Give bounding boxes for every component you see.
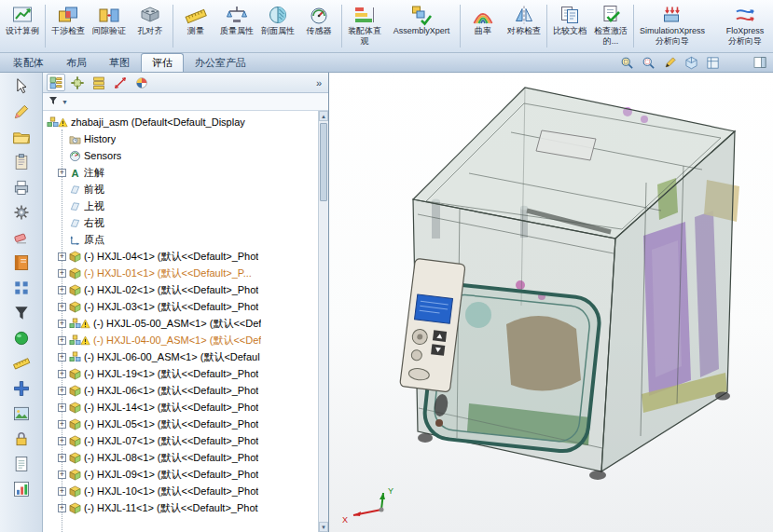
tree-root-item[interactable]: zhabaji_asm (Default<Default_Display: [43, 114, 328, 130]
zoom-to-fit-icon[interactable]: [619, 55, 634, 70]
display-manager-tab[interactable]: [132, 74, 151, 91]
tree-item[interactable]: History: [43, 130, 328, 147]
ribbon-button-section-properties[interactable]: 剖面属性: [257, 1, 298, 51]
expand-toggle[interactable]: +: [58, 437, 66, 445]
tree-scrollbar[interactable]: ▲ ▼: [318, 111, 328, 532]
open-folder-icon[interactable]: [9, 127, 34, 147]
tree-item[interactable]: +(-) HXJL-03<1> (默认<<Default>_Phot: [43, 298, 328, 315]
sketch-pencil-icon[interactable]: [9, 102, 34, 122]
tree-item[interactable]: +(-) HXJL-08<1> (默认<<Default>_Phot: [43, 449, 328, 466]
expand-toggle[interactable]: +: [58, 504, 66, 512]
tree-item[interactable]: +(-) HXJL-19<1> (默认<<Default>_Phot: [43, 365, 328, 382]
tab-评估[interactable]: 评估: [141, 53, 184, 72]
view-settings-icon[interactable]: [662, 55, 677, 70]
expand-toggle[interactable]: +: [58, 487, 66, 496]
ribbon-button-check-active-document[interactable]: 检查激活的...: [590, 1, 631, 51]
expand-toggle[interactable]: +: [58, 336, 66, 345]
ribbon-button-mass-properties[interactable]: 质量属性: [216, 1, 257, 51]
ruler-icon[interactable]: [9, 353, 34, 374]
image-mountain-icon[interactable]: [9, 403, 34, 424]
ribbon-button-assembly-xpert[interactable]: AssemblyXpert: [385, 1, 458, 51]
expand-toggle[interactable]: +: [58, 454, 66, 462]
printer-icon[interactable]: [9, 177, 34, 198]
tree-item[interactable]: 原点: [43, 231, 328, 248]
property-manager-tab[interactable]: [68, 74, 87, 91]
ribbon-button-label: 干涉检查: [51, 26, 85, 36]
ribbon-button-design-study[interactable]: 设计算例: [2, 1, 43, 51]
tree-item[interactable]: +(-) HXJL-02<1> (默认<<Default>_Phot: [43, 281, 328, 298]
tree-item[interactable]: +(-) HXJL-14<1> (默认<<Default>_Phot: [43, 399, 328, 416]
dimxpert-tab[interactable]: [111, 74, 130, 91]
tree-item[interactable]: +(-) HXJL-04-00_ASM<1> (默认<<Def: [43, 332, 328, 348]
task-pane-icon[interactable]: [752, 55, 767, 70]
ribbon-button-symmetry-check[interactable]: 对称检查: [504, 1, 545, 51]
scroll-thumb[interactable]: [320, 123, 327, 201]
tree-item[interactable]: +(-) HXJL-01<1> (默认<<Default>_P...: [43, 265, 328, 281]
tree-item[interactable]: 前视: [43, 181, 328, 198]
expand-toggle[interactable]: +: [58, 320, 66, 328]
scroll-up-arrow[interactable]: ▲: [319, 111, 328, 121]
expand-toggle[interactable]: +: [58, 169, 66, 177]
expand-toggle[interactable]: +: [58, 420, 66, 429]
funnel-icon[interactable]: [9, 303, 34, 323]
tab-办公室产品[interactable]: 办公室产品: [184, 53, 257, 72]
manual-book-icon[interactable]: [9, 252, 34, 273]
tree-item[interactable]: +(-) HXJL-06<1> (默认<<Default>_Phot: [43, 382, 328, 399]
expand-toggle[interactable]: +: [58, 387, 66, 395]
filter-funnel-icon[interactable]: [48, 93, 59, 110]
3d-model-zhabaji[interactable]: [329, 73, 773, 532]
expand-toggle[interactable]: +: [58, 403, 66, 412]
tree-item[interactable]: +(-) HXJL-11<1> (默认<<Default>_Phot: [43, 499, 328, 516]
ribbon-button-curvature[interactable]: 曲率: [462, 1, 504, 51]
filter-dropdown-caret[interactable]: ▼: [62, 99, 68, 105]
ribbon-button-simulationxpress[interactable]: SimulationXpress 分析向导: [636, 1, 709, 51]
gear-icon[interactable]: [9, 202, 34, 223]
ribbon-button-compare-documents[interactable]: 比较文档: [549, 1, 590, 51]
lock-icon[interactable]: [9, 429, 34, 449]
panel-overflow-chevron[interactable]: »: [313, 77, 324, 89]
scroll-down-arrow[interactable]: ▼: [319, 522, 328, 532]
ribbon-button-hole-alignment[interactable]: 孔对齐: [130, 1, 171, 51]
tree-item[interactable]: Sensors: [43, 147, 328, 164]
tree-item[interactable]: +(-) HXJL-05-00_ASM<1> (默认<<Def: [43, 315, 328, 332]
tree-item[interactable]: +(-) HXJL-05<1> (默认<<Default>_Phot: [43, 416, 328, 432]
eraser-icon[interactable]: [9, 227, 34, 248]
view-orientation-icon[interactable]: [705, 55, 720, 70]
select-arrow-icon[interactable]: [9, 76, 34, 97]
configuration-manager-tab[interactable]: [90, 74, 108, 91]
tab-布局[interactable]: 布局: [55, 53, 98, 72]
ribbon-button-floxpress[interactable]: FloXpress 分析向导: [709, 1, 773, 51]
ribbon-button-clearance-verification[interactable]: 间隙验证: [89, 1, 130, 51]
feature-manager-tab[interactable]: [47, 74, 65, 91]
expand-toggle[interactable]: +: [58, 303, 66, 311]
tree-item[interactable]: 右视: [43, 214, 328, 231]
tab-草图[interactable]: 草图: [98, 53, 141, 72]
expand-toggle[interactable]: +: [58, 370, 66, 378]
graphics-viewport[interactable]: X Y: [329, 73, 773, 532]
tree-item[interactable]: 上视: [43, 198, 328, 214]
tab-装配体[interactable]: 装配体: [2, 53, 55, 72]
add-plus-icon[interactable]: [9, 378, 34, 399]
ribbon-button-assembly-visualization[interactable]: 装配体直观: [344, 1, 385, 51]
expand-toggle[interactable]: +: [58, 269, 66, 278]
note-icon[interactable]: [9, 454, 34, 474]
ribbon-button-interference-detection[interactable]: 干涉检查: [48, 1, 89, 51]
render-sphere-icon[interactable]: [9, 328, 34, 348]
bar-chart-icon[interactable]: [9, 479, 34, 499]
tree-item[interactable]: +(-) HXJL-06-00_ASM<1> (默认<Defaul: [43, 348, 328, 365]
tree-item[interactable]: +(-) HXJL-09<1> (默认<<Default>_Phot: [43, 466, 328, 483]
display-style-icon[interactable]: [683, 55, 698, 70]
tree-item[interactable]: +(-) HXJL-07<1> (默认<<Default>_Phot: [43, 432, 328, 449]
ribbon-button-measure[interactable]: 测量: [175, 1, 216, 51]
ribbon-button-sensors[interactable]: 传感器: [298, 1, 339, 51]
expand-toggle[interactable]: +: [58, 353, 66, 361]
expand-toggle[interactable]: +: [58, 471, 66, 479]
expand-toggle[interactable]: +: [58, 252, 66, 261]
clipboard-icon[interactable]: [9, 152, 34, 172]
tree-item[interactable]: +(-) HXJL-10<1> (默认<<Default>_Phot: [43, 483, 328, 499]
tree-item[interactable]: +A注解: [43, 164, 328, 181]
grid-pattern-icon[interactable]: [9, 278, 34, 298]
zoom-to-area-icon[interactable]: [641, 55, 656, 70]
tree-item[interactable]: +(-) HXJL-04<1> (默认<<Default>_Phot: [43, 248, 328, 265]
expand-toggle[interactable]: +: [58, 286, 66, 294]
